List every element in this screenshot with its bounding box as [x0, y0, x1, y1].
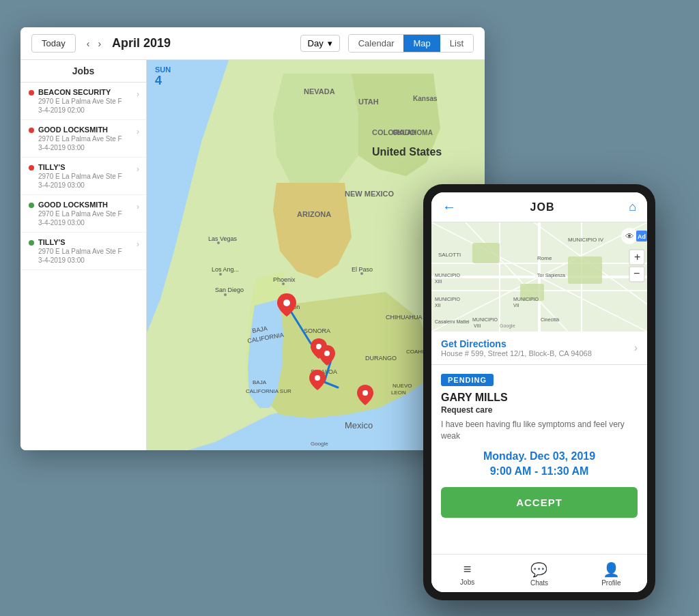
desktop-app: Today ‹ › April 2019 Day ▾ Calendar Map …: [20, 27, 485, 450]
directions-arrow-icon: ›: [634, 342, 638, 354]
job-address: 2970 E La Palma Ave Ste F: [38, 173, 132, 180]
view-select-label: Day: [308, 38, 324, 48]
svg-text:MUNICIPIO: MUNICIPIO: [513, 297, 539, 302]
nav-arrows: ‹ ›: [84, 37, 104, 50]
svg-text:United States: United States: [372, 146, 442, 158]
job-address: 2970 E La Palma Ave Ste F: [38, 210, 132, 218]
svg-text:+: +: [634, 251, 640, 263]
job-description: I have been having flu like symptoms and…: [441, 419, 638, 442]
mobile-map: SALOTTI MUNICIPIO XIII MUNICIPIO XII Cas…: [431, 222, 647, 332]
accept-button[interactable]: ACCEPT: [441, 487, 638, 518]
dropdown-icon: ▾: [328, 38, 332, 48]
svg-text:−: −: [633, 267, 640, 279]
care-type: Request care: [441, 405, 638, 415]
job-arrow-icon: ›: [137, 127, 139, 136]
nav-jobs[interactable]: ≡ Jobs: [431, 559, 503, 589]
job-arrow-icon: ›: [137, 164, 139, 174]
jobs-icon: ≡: [463, 561, 472, 577]
jobs-sidebar: Jobs BEACON SECURITY 2970 E La Palma Ave…: [20, 60, 147, 450]
header-title: April 2019: [112, 36, 292, 50]
view-select[interactable]: Day ▾: [300, 35, 340, 52]
job-item[interactable]: TILLY'S 2970 E La Palma Ave Ste F 3-4-20…: [20, 158, 146, 195]
back-button[interactable]: ←: [442, 199, 456, 215]
svg-point-19: [360, 272, 363, 275]
job-item[interactable]: TILLY'S 2970 E La Palma Ave Ste F 3-4-20…: [20, 233, 146, 270]
svg-point-13: [224, 293, 227, 296]
svg-text:Los Ang...: Los Ang...: [212, 266, 239, 273]
svg-text:XIII: XIII: [435, 279, 442, 284]
svg-text:COLORADO: COLORADO: [372, 128, 416, 136]
svg-text:VIII: VIII: [474, 323, 481, 328]
map-day: SUN: [155, 65, 171, 74]
svg-text:Google: Google: [500, 323, 515, 329]
job-datetime: 3-4-2019 03:00: [38, 181, 132, 189]
job-status-dot: [29, 203, 34, 208]
svg-text:Cinecittà: Cinecittà: [541, 317, 559, 322]
job-name: GOOD LOCKSMITH: [38, 126, 132, 134]
svg-point-34: [283, 299, 290, 306]
svg-text:San Diego: San Diego: [215, 287, 244, 293]
job-item[interactable]: GOOD LOCKSMITH 2970 E La Palma Ave Ste F…: [20, 120, 146, 158]
tab-list[interactable]: List: [440, 35, 473, 52]
svg-text:Tor Sapienza: Tor Sapienza: [537, 273, 565, 278]
job-arrow-icon: ›: [137, 239, 139, 249]
mobile-bottom-nav: ≡ Jobs 💬 Chats 👤 Profile: [431, 554, 647, 592]
tab-calendar[interactable]: Calendar: [349, 35, 404, 52]
status-badge: PENDING: [441, 374, 494, 386]
svg-text:Rome: Rome: [537, 255, 552, 261]
svg-point-36: [324, 351, 330, 356]
svg-text:NUEVO: NUEVO: [393, 383, 412, 389]
job-item[interactable]: BEACON SECURITY 2970 E La Palma Ave Ste …: [20, 83, 146, 120]
job-name: TILLY'S: [38, 238, 132, 246]
svg-text:Kansas: Kansas: [413, 95, 438, 102]
home-button[interactable]: ⌂: [629, 200, 636, 214]
svg-text:Ad: Ad: [638, 233, 646, 240]
job-datetime: 3-4-2019 03:00: [38, 256, 132, 264]
svg-text:El Paso: El Paso: [352, 266, 373, 273]
svg-rect-51: [472, 243, 500, 263]
svg-text:NEVADA: NEVADA: [304, 87, 335, 96]
job-arrow-icon: ›: [137, 202, 139, 211]
job-info: TILLY'S 2970 E La Palma Ave Ste F 3-4-20…: [38, 238, 132, 264]
svg-text:Google: Google: [311, 441, 328, 447]
next-arrow[interactable]: ›: [95, 37, 104, 50]
svg-point-9: [217, 241, 220, 244]
get-directions[interactable]: Get Directions House # 599, Street 12/1,…: [431, 332, 647, 365]
view-tabs: Calendar Map List: [348, 34, 474, 53]
job-info: GOOD LOCKSMITH 2970 E La Palma Ave Ste F…: [38, 126, 132, 151]
svg-text:LEON: LEON: [391, 390, 406, 396]
svg-text:Las Vegas: Las Vegas: [208, 235, 238, 242]
nav-chats[interactable]: 💬 Chats: [503, 559, 575, 589]
prev-arrow[interactable]: ‹: [84, 37, 93, 50]
job-datetime: 3-4-2019 02:00: [38, 106, 132, 114]
job-address: 2970 E La Palma Ave Ste F: [38, 135, 132, 143]
nav-profile-label: Profile: [601, 579, 620, 587]
sidebar-title: Jobs: [20, 60, 146, 83]
svg-text:👁: 👁: [625, 231, 634, 241]
mobile-device: ← JOB ⌂: [423, 184, 655, 600]
job-datetime: 3-4-2019 03:00: [38, 144, 132, 151]
svg-point-37: [315, 375, 320, 381]
svg-point-15: [282, 282, 285, 285]
job-address: 2970 E La Palma Ave Ste F: [38, 98, 132, 105]
svg-point-38: [362, 390, 368, 396]
svg-text:ARIZONA: ARIZONA: [297, 210, 331, 218]
nav-chats-label: Chats: [530, 579, 548, 587]
app-body: Jobs BEACON SECURITY 2970 E La Palma Ave…: [20, 60, 485, 450]
job-status-dot: [29, 128, 34, 133]
job-address: 2970 E La Palma Ave Ste F: [38, 248, 132, 255]
svg-text:VII: VII: [513, 303, 519, 308]
nav-profile[interactable]: 👤 Profile: [575, 559, 647, 589]
svg-point-11: [219, 273, 222, 276]
chats-icon: 💬: [530, 561, 547, 578]
tab-map[interactable]: Map: [403, 35, 440, 52]
job-info: BEACON SECURITY 2970 E La Palma Ave Ste …: [38, 88, 132, 114]
nav-jobs-label: Jobs: [460, 578, 474, 586]
svg-text:SONORA: SONORA: [304, 327, 330, 334]
job-item[interactable]: GOOD LOCKSMITH 2970 E La Palma Ave Ste F…: [20, 195, 146, 233]
svg-text:DURANGO: DURANGO: [365, 355, 397, 362]
today-button[interactable]: Today: [31, 34, 76, 53]
svg-text:UTAH: UTAH: [358, 98, 379, 106]
profile-icon: 👤: [603, 561, 620, 578]
svg-text:Phoenix: Phoenix: [273, 276, 296, 283]
